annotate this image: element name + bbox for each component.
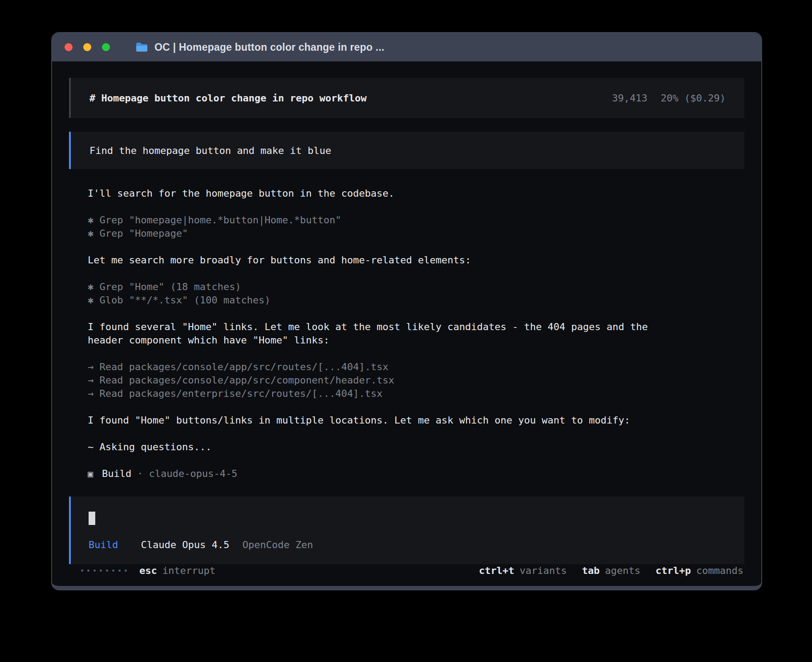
spinner-dot bbox=[112, 569, 114, 572]
text-cursor bbox=[89, 512, 95, 525]
spinner-dot bbox=[118, 569, 121, 572]
tool-bullet-icon: ✱ bbox=[88, 228, 93, 239]
status-bar-right: ctrl+t variants tab agents ctrl+p comman… bbox=[479, 565, 743, 576]
context-usage: 20% ($0.29) bbox=[661, 93, 726, 104]
spinner-dot bbox=[125, 569, 127, 572]
window-title: OC | Homepage button color change in rep… bbox=[154, 41, 384, 53]
token-count: 39,413 bbox=[612, 93, 647, 104]
transcript-gap bbox=[88, 347, 726, 360]
close-button[interactable] bbox=[65, 43, 73, 51]
shortcut-key: ctrl+p bbox=[656, 565, 691, 576]
tool-bullet-icon: ✱ bbox=[88, 295, 93, 306]
minimize-button[interactable] bbox=[83, 43, 91, 51]
shortcut-key: tab bbox=[582, 565, 600, 576]
user-message: Find the homepage button and make it blu… bbox=[69, 132, 744, 169]
tool-bullet-icon: ✱ bbox=[88, 281, 93, 292]
assistant-text-line: ~ Asking questions... bbox=[88, 440, 680, 454]
tool-call-line: → Read packages/enterprise/src/routes/[.… bbox=[88, 387, 680, 400]
folder-icon bbox=[136, 42, 148, 52]
transcript-gap bbox=[88, 427, 726, 440]
transcript-gap bbox=[88, 307, 726, 320]
session-title: # Homepage button color change in repo w… bbox=[89, 93, 367, 104]
terminal-window: OC | Homepage button color change in rep… bbox=[51, 32, 762, 590]
shortcut-label: variants bbox=[520, 565, 567, 576]
shortcut-label: agents bbox=[605, 565, 640, 576]
status-separator: · bbox=[137, 467, 143, 480]
model-name: claude-opus-4-5 bbox=[149, 467, 238, 480]
status-bar-left: esc interrupt bbox=[81, 565, 215, 576]
agent-mode-label[interactable]: Build bbox=[89, 539, 118, 550]
zoom-button[interactable] bbox=[102, 43, 110, 51]
agent-status-line: ▣ Build · claude-opus-4-5 bbox=[69, 467, 744, 480]
status-bar: esc interrupt ctrl+t variants tab agents… bbox=[69, 565, 744, 579]
assistant-text-line: I found several "Home" links. Let me loo… bbox=[88, 320, 680, 347]
transcript-gap bbox=[88, 200, 726, 214]
esc-label: interrupt bbox=[162, 565, 215, 576]
tool-bullet-icon: → bbox=[88, 375, 93, 386]
traffic-lights bbox=[65, 43, 121, 51]
tool-bullet-icon: → bbox=[88, 361, 93, 372]
terminal-content: # Homepage button color change in repo w… bbox=[52, 61, 761, 586]
shortcut-label: commands bbox=[696, 565, 743, 576]
agent-name: Build bbox=[102, 467, 131, 480]
shortcut-variants: ctrl+t variants bbox=[479, 565, 567, 576]
shortcut-commands: ctrl+p commands bbox=[656, 565, 743, 576]
prompt-input-line[interactable] bbox=[89, 512, 727, 525]
titlebar[interactable]: OC | Homepage button color change in rep… bbox=[52, 33, 761, 61]
agent-badge-icon: ▣ bbox=[88, 467, 93, 480]
prompt-input[interactable]: Build Claude Opus 4.5 OpenCode Zen bbox=[69, 496, 744, 564]
assistant-text-line: I'll search for the homepage button in t… bbox=[88, 187, 680, 200]
spinner-dot bbox=[87, 569, 89, 572]
tool-call-line: ✱ Grep "Homepage" bbox=[88, 227, 680, 240]
shortcut-agents: tab agents bbox=[582, 565, 640, 576]
spinner-dot bbox=[93, 569, 96, 572]
model-label[interactable]: Claude Opus 4.5 bbox=[141, 539, 229, 550]
tool-call-line: ✱ Glob "**/*.tsx" (100 matches) bbox=[88, 294, 680, 307]
shortcut-key: ctrl+t bbox=[479, 565, 514, 576]
spinner-dot bbox=[81, 569, 83, 572]
provider-label: OpenCode Zen bbox=[242, 539, 313, 550]
tool-bullet-icon: → bbox=[88, 388, 93, 399]
user-message-text: Find the homepage button and make it blu… bbox=[89, 145, 331, 156]
tool-call-line: ✱ Grep "homepage|home.*button|Home.*butt… bbox=[88, 214, 680, 227]
prompt-meta: Build Claude Opus 4.5 OpenCode Zen bbox=[89, 538, 727, 552]
transcript-gap bbox=[88, 267, 726, 280]
transcript-gap bbox=[88, 400, 726, 414]
spinner-dot bbox=[106, 569, 108, 572]
session-header: # Homepage button color change in repo w… bbox=[69, 78, 744, 118]
transcript: I'll search for the homepage button in t… bbox=[69, 187, 744, 454]
tool-call-line: → Read packages/console/app/src/routes/[… bbox=[88, 360, 680, 374]
tool-bullet-icon: ✱ bbox=[88, 214, 93, 226]
tool-call-line: ✱ Grep "Home" (18 matches) bbox=[88, 280, 680, 294]
spinner-dots bbox=[81, 569, 127, 572]
esc-key: esc bbox=[139, 565, 157, 576]
session-stats: 39,413 20% ($0.29) bbox=[612, 93, 726, 104]
assistant-text-line: Let me search more broadly for buttons a… bbox=[88, 254, 680, 267]
transcript-gap bbox=[88, 240, 726, 254]
spinner-dot bbox=[100, 569, 102, 572]
assistant-text-line: I found "Home" buttons/links in multiple… bbox=[88, 414, 680, 427]
tool-call-line: → Read packages/console/app/src/componen… bbox=[88, 374, 680, 387]
